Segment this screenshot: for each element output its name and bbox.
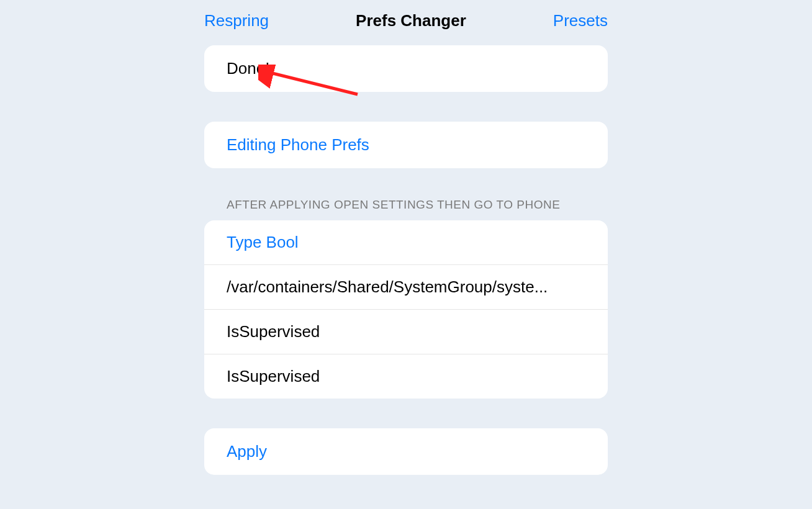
path-row[interactable]: /var/containers/Shared/SystemGroup/syste… [204, 265, 608, 310]
section-header: AFTER APPLYING OPEN SETTINGS THEN GO TO … [204, 198, 608, 220]
editing-card: Editing Phone Prefs [204, 122, 608, 168]
navigation-bar: Respring Prefs Changer Presets [204, 7, 608, 45]
details-card: Type Bool /var/containers/Shared/SystemG… [204, 220, 608, 399]
page-title: Prefs Changer [269, 11, 553, 30]
apply-card: Apply [204, 428, 608, 475]
presets-button[interactable]: Presets [553, 11, 608, 30]
status-message: Done! [204, 45, 608, 92]
key-row-1[interactable]: IsSupervised [204, 310, 608, 354]
apply-button[interactable]: Apply [204, 428, 608, 475]
respring-button[interactable]: Respring [204, 11, 269, 30]
key-row-2[interactable]: IsSupervised [204, 354, 608, 399]
editing-phone-prefs-button[interactable]: Editing Phone Prefs [204, 122, 608, 168]
status-card: Done! [204, 45, 608, 92]
type-bool-button[interactable]: Type Bool [204, 220, 608, 265]
